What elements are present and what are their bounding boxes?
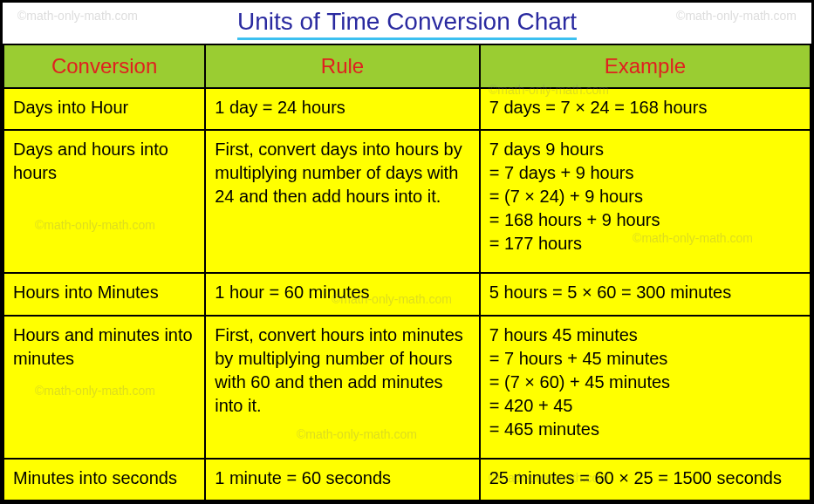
header-rule: Rule (205, 44, 480, 88)
cell-conversion: Days into Hour (3, 88, 205, 130)
page-title: Units of Time Conversion Chart (237, 8, 577, 40)
table-row: Days into Hour 1 day = 24 hours 7 days =… (3, 88, 811, 130)
cell-rule: First, convert days into hours by multip… (205, 130, 480, 273)
table-row: Days and hours into hours First, convert… (3, 130, 811, 273)
cell-example: 7 hours 45 minutes = 7 hours + 45 minute… (480, 316, 811, 459)
header-conversion: Conversion (3, 44, 205, 88)
header-row: Conversion Rule Example (3, 44, 811, 88)
header-example: Example (480, 44, 811, 88)
cell-example: 7 days = 7 × 24 = 168 hours (480, 88, 811, 130)
title-area: Units of Time Conversion Chart (3, 3, 811, 44)
cell-example: 25 minutes = 60 × 25 = 1500 seconds (480, 459, 811, 501)
cell-conversion: Hours and minutes into minutes (3, 316, 205, 459)
cell-rule: 1 day = 24 hours (205, 88, 480, 130)
table-row: Minutes into seconds 1 minute = 60 secon… (3, 459, 811, 501)
cell-rule: 1 hour = 60 minutes (205, 273, 480, 315)
cell-example: 7 days 9 hours = 7 days + 9 hours = (7 ×… (480, 130, 811, 273)
table-row: Hours and minutes into minutes First, co… (3, 316, 811, 459)
table-row: Hours into Minutes 1 hour = 60 minutes 5… (3, 273, 811, 315)
cell-rule: 1 minute = 60 seconds (205, 459, 480, 501)
cell-conversion: Hours into Minutes (3, 273, 205, 315)
cell-rule: First, convert hours into minutes by mul… (205, 316, 480, 459)
cell-example: 5 hours = 5 × 60 = 300 minutes (480, 273, 811, 315)
conversion-table: Conversion Rule Example Days into Hour 1… (3, 44, 811, 501)
cell-conversion: Minutes into seconds (3, 459, 205, 501)
chart-container: Units of Time Conversion Chart Conversio… (0, 0, 814, 504)
cell-conversion: Days and hours into hours (3, 130, 205, 273)
